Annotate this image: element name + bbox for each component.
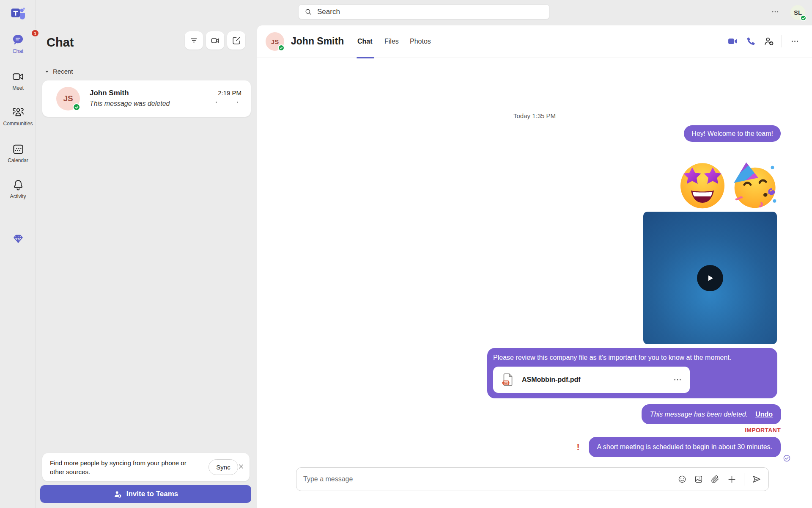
chat-item-name: John Smith [90, 89, 129, 97]
sidebar-item-premium[interactable] [0, 233, 36, 244]
image-icon [694, 475, 703, 484]
avatar[interactable]: SL [790, 5, 805, 20]
search-icon [304, 8, 312, 16]
teams-logo [0, 5, 36, 21]
avatar-initials: JS [271, 38, 279, 45]
bell-icon [12, 179, 25, 191]
sync-banner: Find more people by syncing from your ph… [42, 453, 250, 481]
video-camera-icon [12, 70, 25, 83]
video-call-button[interactable] [727, 36, 738, 47]
active-tab-indicator [357, 57, 374, 58]
sync-banner-text: Find more people by syncing from your ph… [50, 458, 202, 476]
meet-now-button[interactable] [206, 31, 224, 50]
page-title: Chat [47, 36, 74, 50]
sidebar-item-label: Communities [3, 121, 33, 127]
star-struck-emoji [678, 161, 727, 209]
people-group-icon [12, 106, 25, 119]
pdf-file-icon [501, 373, 515, 387]
message-input[interactable] [303, 475, 678, 483]
sidebar-item-label: Activity [10, 193, 26, 199]
emoji-button[interactable] [678, 475, 687, 484]
message-bubble-deleted: This message has been deleted. Undo [642, 404, 781, 424]
deleted-message-text: This message has been deleted. [650, 411, 748, 418]
message-bubble-greeting: Hey! Welcome to the team! [684, 125, 781, 142]
play-icon [705, 273, 715, 283]
filter-button[interactable] [185, 31, 203, 50]
file-message-text: Please review this company file as it's … [493, 353, 771, 362]
conversation-title: John Smith [291, 36, 344, 47]
app-rail: 1 Chat Meet Communities Calendar [0, 0, 36, 508]
divider [782, 35, 782, 47]
avatar: JS [56, 87, 80, 110]
video-camera-icon [211, 36, 220, 45]
presence-available-icon [278, 44, 285, 51]
sidebar-item-label: Chat [13, 48, 23, 54]
hover-indicator-dot [216, 102, 217, 103]
compose-icon [232, 36, 241, 45]
search-input[interactable] [317, 8, 543, 16]
person-add-icon [113, 490, 122, 499]
message-emoji-row [678, 161, 778, 209]
sidebar-item-communities[interactable]: Communities [0, 106, 36, 127]
profile-initials: SL [794, 9, 802, 16]
presence-available-icon [800, 15, 807, 21]
presence-available-icon [73, 103, 80, 111]
new-chat-button[interactable] [227, 31, 245, 50]
read-receipt-icon [783, 454, 791, 462]
sync-button[interactable]: Sync [208, 459, 238, 475]
send-button[interactable] [752, 474, 762, 484]
sidebar-item-chat[interactable]: 1 Chat [0, 33, 36, 54]
chat-item-preview: This message was deleted [90, 100, 170, 108]
conversation-more-button[interactable] [789, 36, 800, 47]
filter-icon [189, 36, 198, 45]
topbar-more-button[interactable] [769, 7, 782, 17]
sidebar-item-label: Meet [12, 85, 24, 91]
sidebar-item-activity[interactable]: Activity [0, 179, 36, 199]
video-attachment[interactable] [643, 212, 777, 344]
play-button[interactable] [697, 265, 723, 291]
important-label: IMPORTANT [745, 427, 781, 433]
important-mark: ! [577, 442, 580, 452]
message-bubble-file: Please review this company file as it's … [487, 348, 777, 398]
file-attachment-card[interactable]: ASMobbin-pdf.pdf [493, 367, 690, 393]
add-content-button[interactable] [727, 475, 737, 484]
date-divider: Today 1:35 PM [257, 112, 812, 119]
audio-call-button[interactable] [745, 36, 756, 47]
avatar[interactable]: JS [266, 32, 284, 51]
list-item-john-smith[interactable]: JS John Smith This message was deleted 2… [42, 80, 251, 117]
chat-item-time: 2:19 PM [218, 89, 241, 97]
invite-button-label: Invite to Teams [126, 490, 178, 498]
section-label: Recent [53, 68, 73, 75]
attach-image-button[interactable] [694, 475, 703, 484]
add-people-button[interactable] [763, 36, 774, 47]
conversation-header: JS John Smith Chat Files Photos [257, 25, 812, 58]
send-icon [752, 474, 762, 484]
invite-to-teams-button[interactable]: Invite to Teams [40, 485, 251, 503]
conversation-panel: JS John Smith Chat Files Photos [257, 25, 812, 508]
message-bubble-meeting: ! A short meeting is scheduled to begin … [589, 437, 781, 457]
hover-indicator-dot [237, 102, 238, 103]
sidebar-item-label: Calendar [8, 157, 28, 163]
attach-file-button[interactable] [710, 475, 720, 484]
close-icon[interactable] [238, 463, 244, 470]
undo-link[interactable]: Undo [755, 411, 773, 418]
sidebar-item-meet[interactable]: Meet [0, 70, 36, 91]
chat-list-panel: Chat Recent JS John Smith This message w… [36, 0, 257, 508]
search-bar[interactable] [298, 4, 550, 19]
video-camera-filled-icon [727, 36, 738, 47]
partying-face-emoji [730, 161, 778, 209]
file-more-button[interactable] [673, 375, 682, 384]
file-name: ASMobbin-pdf.pdf [522, 376, 666, 384]
tab-files[interactable]: Files [384, 38, 399, 45]
tab-photos[interactable]: Photos [410, 38, 431, 45]
phone-icon [746, 36, 756, 46]
sidebar-item-calendar[interactable]: Calendar [0, 143, 36, 163]
diamond-icon [13, 233, 24, 244]
chat-bubble-icon [11, 33, 25, 46]
chevron-down-icon [44, 69, 49, 74]
tab-chat[interactable]: Chat [357, 38, 373, 45]
avatar-initials: JS [63, 94, 73, 103]
message-composer[interactable] [296, 467, 769, 491]
more-horizontal-icon [790, 37, 799, 46]
recent-section-header[interactable]: Recent [44, 68, 73, 75]
